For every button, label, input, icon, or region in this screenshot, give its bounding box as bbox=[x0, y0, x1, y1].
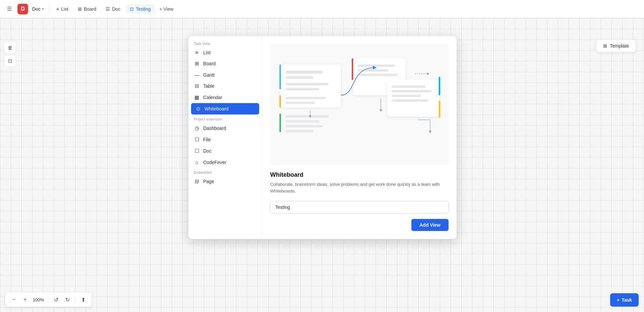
zoom-level: 100% bbox=[32, 297, 45, 302]
testing-icon: ⊡ bbox=[130, 6, 134, 12]
menu-doc-label: Doc bbox=[203, 148, 212, 154]
menu-item-dashboard[interactable]: ◷ Dashboard bbox=[188, 123, 262, 134]
calendar-menu-icon: ▦ bbox=[194, 94, 200, 100]
svg-rect-23 bbox=[392, 95, 421, 97]
board-menu-icon: ⊞ bbox=[194, 61, 200, 67]
menu-table-label: Table bbox=[203, 83, 214, 89]
tab-board[interactable]: ⊞ Board bbox=[74, 4, 100, 14]
template-label: Template bbox=[610, 43, 629, 49]
zoom-out-button[interactable]: − bbox=[9, 295, 19, 305]
codefever-menu-icon: ⌂ bbox=[194, 159, 200, 165]
doc-chevron-icon: ▾ bbox=[42, 7, 44, 11]
dashboard-menu-icon: ◷ bbox=[194, 125, 200, 131]
toolbar-divider-2 bbox=[75, 296, 75, 303]
svg-rect-19 bbox=[352, 58, 353, 80]
board-icon: ⊞ bbox=[78, 6, 82, 12]
svg-rect-1 bbox=[286, 71, 323, 74]
menu-page-label: Page bbox=[203, 179, 214, 184]
doc-dropdown-button[interactable]: Doc ▾ bbox=[30, 5, 47, 13]
menu-item-gantt[interactable]: — Gantt bbox=[188, 69, 262, 80]
task-plus-icon: + bbox=[617, 297, 620, 303]
svg-rect-5 bbox=[280, 114, 281, 132]
delete-button[interactable]: 🗑 bbox=[4, 42, 16, 54]
bottom-toolbar: − + 100% ↺ ↻ ⬆ bbox=[5, 293, 92, 307]
svg-rect-12 bbox=[286, 125, 323, 127]
tab-testing[interactable]: ⊡ Testing bbox=[126, 4, 155, 14]
topbar-divider bbox=[49, 5, 50, 13]
file-menu-icon: ☐ bbox=[194, 137, 200, 143]
svg-rect-26 bbox=[439, 101, 441, 118]
tab-board-label: Board bbox=[84, 6, 96, 12]
menu-item-board[interactable]: ⊞ Board bbox=[188, 58, 262, 69]
expand-button[interactable]: ☰ bbox=[4, 4, 15, 14]
tab-list-label: List bbox=[61, 6, 68, 12]
menu-item-whiteboard[interactable]: ⊙ Whiteboard bbox=[191, 103, 259, 114]
export-button[interactable]: ⊡ bbox=[4, 55, 16, 67]
add-view-button[interactable]: + View bbox=[156, 4, 177, 14]
page-menu-icon: ⊟ bbox=[194, 178, 200, 184]
svg-rect-22 bbox=[392, 90, 431, 92]
svg-rect-10 bbox=[286, 115, 329, 118]
menu-item-list[interactable]: ≡ List bbox=[188, 47, 262, 58]
menu-list-label: List bbox=[203, 50, 211, 55]
zoom-in-button[interactable]: + bbox=[20, 295, 30, 305]
template-button[interactable]: ⊞ Template bbox=[596, 40, 636, 52]
preview-title: Whiteboard bbox=[270, 171, 449, 178]
menu-item-page[interactable]: ⊟ Page bbox=[188, 176, 262, 187]
task-view-label: Task View bbox=[188, 39, 262, 47]
add-view-submit-button[interactable]: Add View bbox=[411, 219, 449, 231]
doc-label: Doc bbox=[32, 6, 41, 12]
topbar: ☰ D Doc ▾ ≡ List ⊞ Board ☰ Doc ⊡ Testing… bbox=[0, 0, 644, 18]
svg-rect-3 bbox=[280, 65, 281, 89]
preview-image bbox=[270, 44, 449, 165]
add-task-button[interactable]: + Task bbox=[610, 293, 639, 307]
tab-doc-label: Doc bbox=[112, 6, 120, 12]
view-preview-panel: Whiteboard Collaborate, brainstorm ideas… bbox=[262, 36, 457, 239]
menu-item-doc[interactable]: ☐ Doc bbox=[188, 145, 262, 157]
list-icon: ≡ bbox=[56, 6, 59, 12]
menu-whiteboard-label: Whiteboard bbox=[204, 106, 229, 111]
tab-doc[interactable]: ☰ Doc bbox=[102, 4, 124, 14]
task-label: Task bbox=[622, 297, 632, 303]
add-view-dropdown: Task View ≡ List ⊞ Board — Gantt ⊟ Table… bbox=[188, 36, 457, 239]
menu-calendar-label: Calendar bbox=[203, 95, 222, 100]
svg-rect-7 bbox=[286, 88, 319, 90]
doc-menu-icon: ☐ bbox=[194, 148, 200, 154]
preview-description: Collaborate, brainstorm ideas, solve pro… bbox=[270, 181, 449, 194]
view-type-menu: Task View ≡ List ⊞ Board — Gantt ⊟ Table… bbox=[188, 36, 262, 239]
svg-rect-9 bbox=[286, 102, 315, 104]
view-name-input[interactable] bbox=[270, 201, 449, 214]
upload-button[interactable]: ⬆ bbox=[78, 295, 88, 305]
tab-testing-label: Testing bbox=[136, 6, 151, 12]
menu-item-codefever[interactable]: ⌂ CodeFever bbox=[188, 157, 262, 168]
svg-rect-24 bbox=[392, 99, 428, 101]
main-canvas[interactable]: 🗑 ⊡ ⊞ Template Task View ≡ List ⊞ Board … bbox=[0, 18, 644, 312]
add-view-label: + View bbox=[160, 6, 174, 12]
undo-button[interactable]: ↺ bbox=[51, 295, 61, 305]
table-menu-icon: ⊟ bbox=[194, 83, 200, 89]
tab-list[interactable]: ≡ List bbox=[52, 4, 72, 14]
menu-item-file[interactable]: ☐ File bbox=[188, 134, 262, 145]
svg-rect-6 bbox=[286, 83, 329, 85]
svg-rect-25 bbox=[439, 77, 441, 95]
menu-codefever-label: CodeFever bbox=[203, 160, 226, 165]
svg-rect-8 bbox=[286, 97, 326, 99]
left-toolbar: 🗑 ⊡ bbox=[4, 42, 16, 67]
svg-rect-4 bbox=[280, 95, 281, 107]
menu-item-table[interactable]: ⊟ Table bbox=[188, 80, 262, 92]
menu-item-calendar[interactable]: ▦ Calendar bbox=[188, 92, 262, 103]
logo: D bbox=[17, 4, 28, 14]
menu-gantt-label: Gantt bbox=[203, 72, 215, 78]
svg-rect-13 bbox=[286, 130, 313, 132]
redo-button[interactable]: ↻ bbox=[62, 295, 72, 305]
svg-rect-2 bbox=[286, 76, 313, 79]
toolbar-divider bbox=[48, 296, 48, 303]
template-grid-icon: ⊞ bbox=[603, 43, 607, 49]
svg-rect-11 bbox=[286, 120, 319, 123]
embedded-label: Embedded bbox=[188, 168, 262, 176]
svg-rect-21 bbox=[392, 85, 425, 88]
doc-icon: ☰ bbox=[106, 6, 110, 12]
menu-dashboard-label: Dashboard bbox=[203, 126, 226, 131]
gantt-menu-icon: — bbox=[194, 72, 200, 78]
menu-board-label: Board bbox=[203, 61, 216, 66]
